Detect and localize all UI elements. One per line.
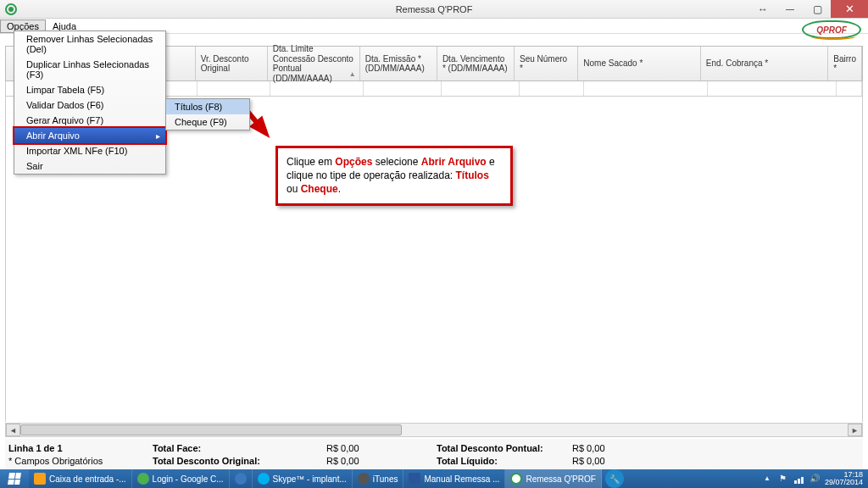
menu-sair[interactable]: Sair [14, 158, 165, 174]
col-dta-emissao[interactable]: Dta. Emissão * (DD/MM/AAAA) [360, 47, 437, 80]
taskbar-item-explorer[interactable] [230, 469, 253, 488]
total-desc-pontual-label: Total Desconto Pontual: [437, 443, 572, 453]
menu-importar-xml[interactable]: Importar XML NFe (F10) [14, 143, 165, 158]
window-title: Remessa Q'PROF [396, 4, 473, 14]
taskbar-tools-icon[interactable] [605, 469, 624, 488]
brand-logo: QPROF [802, 20, 861, 39]
menu-validar-dados[interactable]: Validar Dados (F6) [14, 97, 165, 113]
total-desc-orig-value: R$ 0,00 [326, 456, 437, 466]
scroll-right-button[interactable]: ► [848, 424, 862, 436]
scroll-track[interactable] [20, 424, 848, 436]
sort-asc-icon: ▲ [349, 70, 356, 78]
menu-remover-linhas[interactable]: Remover Linhas Selecionadas (Del) [14, 31, 165, 57]
tray-overflow-icon[interactable] [764, 474, 774, 484]
total-desc-pontual-value: R$ 0,00 [572, 443, 657, 453]
system-tray: 17:18 29/07/2014 [759, 471, 868, 487]
opcoes-dropdown: Remover Linhas Selecionadas (Del) Duplic… [14, 30, 166, 175]
taskbar-item-outlook[interactable]: Caixa de entrada -... [29, 469, 132, 488]
tray-volume-icon[interactable] [810, 474, 820, 484]
col-dta-limite-concessao[interactable]: Dta. Limite Concessão Desconto Pontual (… [268, 47, 360, 80]
restore-down-icon[interactable]: ↔ [749, 0, 776, 18]
start-button[interactable] [0, 469, 29, 488]
total-face-label: Total Face: [153, 443, 201, 453]
menu-duplicar-linhas[interactable]: Duplicar Linhas Selecionadas (F3) [14, 57, 165, 82]
total-liquido-label: Total Líquido: [437, 456, 572, 466]
tray-network-icon[interactable] [794, 474, 804, 484]
abrir-arquivo-submenu: Títulos (F8) Cheque (F9) [165, 98, 250, 130]
taskbar-item-chrome[interactable]: Login - Google C... [132, 469, 230, 488]
windows-logo-icon [8, 473, 21, 485]
instruction-callout: Clique em Opções selecione Abrir Arquivo… [275, 146, 513, 206]
horizontal-scrollbar[interactable]: ◄ ► [5, 423, 863, 437]
col-end-cobranca[interactable]: End. Cobrança * [701, 47, 828, 80]
taskbar-item-remessa-qprof[interactable]: Remessa Q'PROF [505, 469, 601, 488]
menu-abrir-arquivo[interactable]: Abrir Arquivo▸ [13, 126, 167, 145]
menu-limpar-tabela[interactable]: Limpar Tabela (F5) [14, 82, 165, 97]
taskbar-item-itunes[interactable]: iTunes [353, 469, 404, 488]
close-button[interactable] [831, 0, 868, 18]
taskbar: Caixa de entrada -... Login - Google C..… [0, 469, 868, 488]
scroll-left-button[interactable]: ◄ [6, 424, 20, 436]
window-controls: ↔ [749, 0, 868, 18]
col-vr-desconto-original[interactable]: Vr. Desconto Original [196, 47, 268, 80]
submenu-cheque[interactable]: Cheque (F9) [166, 114, 249, 130]
tray-clock[interactable]: 17:18 29/07/2014 [825, 471, 863, 487]
status-footer: Linha 1 de 1 Total Face: R$ 0,00 Total D… [5, 439, 863, 469]
col-bairro[interactable]: Bairro * [828, 47, 862, 80]
line-info: Linha 1 de 1 [8, 443, 153, 453]
maximize-button[interactable] [804, 0, 831, 18]
total-liquido-value: R$ 0,00 [572, 456, 657, 466]
taskbar-item-word[interactable]: Manual Remessa ... [403, 469, 505, 488]
total-desc-orig-label: Total Desconto Original: [153, 456, 260, 466]
submenu-arrow-icon: ▸ [156, 131, 160, 141]
col-dta-vencimento[interactable]: Dta. Vencimento * (DD/MM/AAAA) [437, 47, 515, 80]
titlebar: Remessa Q'PROF ↔ [0, 0, 868, 19]
minimize-button[interactable] [776, 0, 804, 18]
scroll-thumb[interactable] [20, 424, 402, 435]
campos-obrigatorios-label: * Campos Obrigatórios [8, 456, 153, 466]
submenu-titulos[interactable]: Títulos (F8) [166, 99, 249, 114]
total-face-value: R$ 0,00 [326, 443, 437, 453]
col-nome-sacado[interactable]: Nome Sacado * [578, 47, 701, 80]
taskbar-item-skype[interactable]: Skype™ - implant... [253, 469, 353, 488]
tray-action-center-icon[interactable] [779, 474, 789, 484]
col-seu-numero[interactable]: Seu Número * [515, 47, 578, 80]
app-icon [5, 3, 17, 15]
